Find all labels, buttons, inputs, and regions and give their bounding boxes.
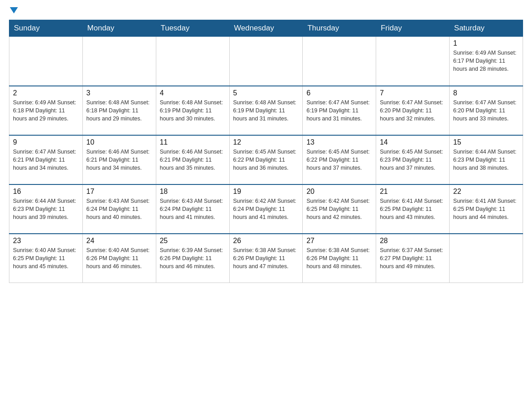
day-number: 10 <box>86 138 152 146</box>
logo <box>9 9 18 15</box>
day-number: 9 <box>13 138 79 146</box>
day-info: Sunrise: 6:42 AM Sunset: 6:24 PM Dayligh… <box>233 197 299 221</box>
day-of-week-header: Friday <box>376 20 450 37</box>
calendar-cell: 10Sunrise: 6:46 AM Sunset: 6:21 PM Dayli… <box>82 135 156 184</box>
day-info: Sunrise: 6:47 AM Sunset: 6:21 PM Dayligh… <box>13 148 79 172</box>
day-of-week-header: Thursday <box>303 20 376 37</box>
calendar-cell <box>303 37 376 86</box>
day-number: 13 <box>306 138 372 146</box>
calendar-cell: 14Sunrise: 6:45 AM Sunset: 6:23 PM Dayli… <box>376 135 450 184</box>
day-number: 14 <box>380 138 446 146</box>
calendar-cell: 15Sunrise: 6:44 AM Sunset: 6:23 PM Dayli… <box>450 135 523 184</box>
day-number: 18 <box>160 188 226 196</box>
calendar-cell: 25Sunrise: 6:39 AM Sunset: 6:26 PM Dayli… <box>156 234 229 283</box>
day-number: 27 <box>306 237 372 245</box>
calendar-cell: 7Sunrise: 6:47 AM Sunset: 6:20 PM Daylig… <box>376 86 450 135</box>
calendar-cell: 4Sunrise: 6:48 AM Sunset: 6:19 PM Daylig… <box>156 86 229 135</box>
day-info: Sunrise: 6:42 AM Sunset: 6:25 PM Dayligh… <box>306 197 372 221</box>
day-info: Sunrise: 6:48 AM Sunset: 6:18 PM Dayligh… <box>86 98 152 123</box>
day-info: Sunrise: 6:43 AM Sunset: 6:24 PM Dayligh… <box>86 197 152 221</box>
day-number: 5 <box>233 89 299 97</box>
calendar-cell: 12Sunrise: 6:45 AM Sunset: 6:22 PM Dayli… <box>229 135 303 184</box>
day-number: 21 <box>380 188 446 196</box>
day-info: Sunrise: 6:48 AM Sunset: 6:19 PM Dayligh… <box>160 98 226 123</box>
calendar-cell: 16Sunrise: 6:44 AM Sunset: 6:23 PM Dayli… <box>9 184 83 234</box>
day-info: Sunrise: 6:41 AM Sunset: 6:25 PM Dayligh… <box>380 197 446 221</box>
calendar-cell: 17Sunrise: 6:43 AM Sunset: 6:24 PM Dayli… <box>82 184 156 234</box>
calendar-cell: 1Sunrise: 6:49 AM Sunset: 6:17 PM Daylig… <box>450 37 523 86</box>
calendar-table: SundayMondayTuesdayWednesdayThursdayFrid… <box>9 20 523 283</box>
calendar-cell: 21Sunrise: 6:41 AM Sunset: 6:25 PM Dayli… <box>376 184 450 234</box>
calendar-week-row: 9Sunrise: 6:47 AM Sunset: 6:21 PM Daylig… <box>9 135 523 184</box>
calendar-cell: 2Sunrise: 6:49 AM Sunset: 6:18 PM Daylig… <box>9 86 83 135</box>
day-info: Sunrise: 6:45 AM Sunset: 6:22 PM Dayligh… <box>306 148 372 172</box>
calendar-week-row: 2Sunrise: 6:49 AM Sunset: 6:18 PM Daylig… <box>9 86 523 135</box>
calendar-cell: 6Sunrise: 6:47 AM Sunset: 6:19 PM Daylig… <box>303 86 376 135</box>
calendar-week-row: 1Sunrise: 6:49 AM Sunset: 6:17 PM Daylig… <box>9 37 523 86</box>
day-info: Sunrise: 6:45 AM Sunset: 6:23 PM Dayligh… <box>380 148 446 172</box>
calendar-header-row: SundayMondayTuesdayWednesdayThursdayFrid… <box>9 20 523 37</box>
day-number: 20 <box>306 188 372 196</box>
day-info: Sunrise: 6:47 AM Sunset: 6:19 PM Dayligh… <box>306 98 372 123</box>
day-number: 4 <box>160 89 226 97</box>
calendar-cell: 3Sunrise: 6:48 AM Sunset: 6:18 PM Daylig… <box>82 86 156 135</box>
logo-triangle-icon <box>10 7 18 13</box>
day-info: Sunrise: 6:47 AM Sunset: 6:20 PM Dayligh… <box>380 98 446 123</box>
day-number: 26 <box>233 237 299 245</box>
calendar-cell: 8Sunrise: 6:47 AM Sunset: 6:20 PM Daylig… <box>450 86 523 135</box>
day-number: 25 <box>160 237 226 245</box>
calendar-cell: 22Sunrise: 6:41 AM Sunset: 6:25 PM Dayli… <box>450 184 523 234</box>
day-info: Sunrise: 6:46 AM Sunset: 6:21 PM Dayligh… <box>86 148 152 172</box>
calendar-cell: 24Sunrise: 6:40 AM Sunset: 6:26 PM Dayli… <box>82 234 156 283</box>
calendar-cell <box>156 37 229 86</box>
day-info: Sunrise: 6:44 AM Sunset: 6:23 PM Dayligh… <box>453 148 519 172</box>
day-number: 15 <box>453 138 519 146</box>
calendar-week-row: 23Sunrise: 6:40 AM Sunset: 6:25 PM Dayli… <box>9 234 523 283</box>
day-info: Sunrise: 6:43 AM Sunset: 6:24 PM Dayligh… <box>160 197 226 221</box>
day-info: Sunrise: 6:44 AM Sunset: 6:23 PM Dayligh… <box>13 197 79 221</box>
day-number: 22 <box>453 188 519 196</box>
calendar-cell <box>376 37 450 86</box>
day-number: 8 <box>453 89 519 97</box>
day-info: Sunrise: 6:46 AM Sunset: 6:21 PM Dayligh… <box>160 148 226 172</box>
calendar-cell: 23Sunrise: 6:40 AM Sunset: 6:25 PM Dayli… <box>9 234 83 283</box>
day-number: 2 <box>13 89 79 97</box>
day-info: Sunrise: 6:49 AM Sunset: 6:17 PM Dayligh… <box>453 49 519 73</box>
calendar-cell: 26Sunrise: 6:38 AM Sunset: 6:26 PM Dayli… <box>229 234 303 283</box>
day-number: 23 <box>13 237 79 245</box>
calendar-cell: 18Sunrise: 6:43 AM Sunset: 6:24 PM Dayli… <box>156 184 229 234</box>
day-info: Sunrise: 6:38 AM Sunset: 6:26 PM Dayligh… <box>306 246 372 270</box>
calendar-cell: 5Sunrise: 6:48 AM Sunset: 6:19 PM Daylig… <box>229 86 303 135</box>
calendar-cell: 19Sunrise: 6:42 AM Sunset: 6:24 PM Dayli… <box>229 184 303 234</box>
day-number: 17 <box>86 188 152 196</box>
day-info: Sunrise: 6:47 AM Sunset: 6:20 PM Dayligh… <box>453 98 519 123</box>
day-number: 11 <box>160 138 226 146</box>
day-of-week-header: Tuesday <box>156 20 229 37</box>
day-number: 6 <box>306 89 372 97</box>
calendar-cell <box>229 37 303 86</box>
day-number: 16 <box>13 188 79 196</box>
day-info: Sunrise: 6:48 AM Sunset: 6:19 PM Dayligh… <box>233 98 299 123</box>
calendar-week-row: 16Sunrise: 6:44 AM Sunset: 6:23 PM Dayli… <box>9 184 523 234</box>
day-info: Sunrise: 6:41 AM Sunset: 6:25 PM Dayligh… <box>453 197 519 221</box>
day-number: 24 <box>86 237 152 245</box>
calendar-cell <box>82 37 156 86</box>
calendar-cell: 28Sunrise: 6:37 AM Sunset: 6:27 PM Dayli… <box>376 234 450 283</box>
day-info: Sunrise: 6:49 AM Sunset: 6:18 PM Dayligh… <box>13 98 79 123</box>
day-number: 3 <box>86 89 152 97</box>
day-number: 7 <box>380 89 446 97</box>
calendar-cell <box>9 37 83 86</box>
calendar-cell: 20Sunrise: 6:42 AM Sunset: 6:25 PM Dayli… <box>303 184 376 234</box>
day-info: Sunrise: 6:40 AM Sunset: 6:25 PM Dayligh… <box>13 246 79 270</box>
day-info: Sunrise: 6:37 AM Sunset: 6:27 PM Dayligh… <box>380 246 446 270</box>
day-of-week-header: Saturday <box>450 20 523 37</box>
calendar-cell: 11Sunrise: 6:46 AM Sunset: 6:21 PM Dayli… <box>156 135 229 184</box>
day-info: Sunrise: 6:45 AM Sunset: 6:22 PM Dayligh… <box>233 148 299 172</box>
day-info: Sunrise: 6:39 AM Sunset: 6:26 PM Dayligh… <box>160 246 226 270</box>
day-of-week-header: Monday <box>82 20 156 37</box>
header <box>9 9 523 15</box>
day-number: 1 <box>453 39 519 47</box>
day-number: 19 <box>233 188 299 196</box>
day-info: Sunrise: 6:38 AM Sunset: 6:26 PM Dayligh… <box>233 246 299 270</box>
day-of-week-header: Wednesday <box>229 20 303 37</box>
